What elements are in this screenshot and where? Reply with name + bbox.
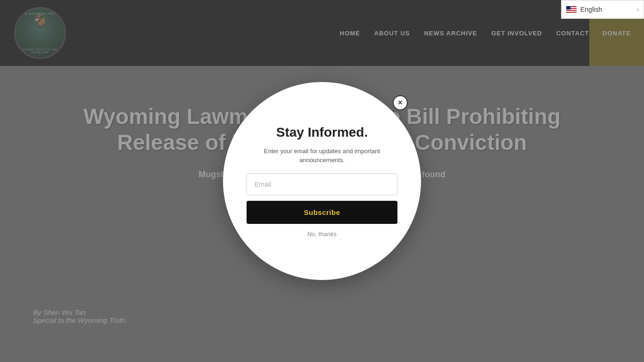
language-selector[interactable]: English › bbox=[561, 0, 644, 19]
modal-title: Stay Informed. bbox=[276, 125, 368, 140]
subscribe-button[interactable]: Subscribe bbox=[247, 201, 397, 224]
modal-close-button[interactable]: × bbox=[393, 95, 408, 110]
subscribe-modal: × Stay Informed. Enter your email for up… bbox=[223, 82, 421, 280]
modal-description: Enter your email for updates and importa… bbox=[247, 147, 397, 165]
modal-overlay[interactable]: × Stay Informed. Enter your email for up… bbox=[0, 0, 644, 362]
email-input[interactable] bbox=[247, 173, 397, 195]
no-thanks-link[interactable]: No, thanks bbox=[307, 230, 337, 238]
flag-icon bbox=[566, 6, 577, 13]
chevron-right-icon: › bbox=[637, 6, 639, 13]
language-label: English bbox=[580, 6, 637, 13]
